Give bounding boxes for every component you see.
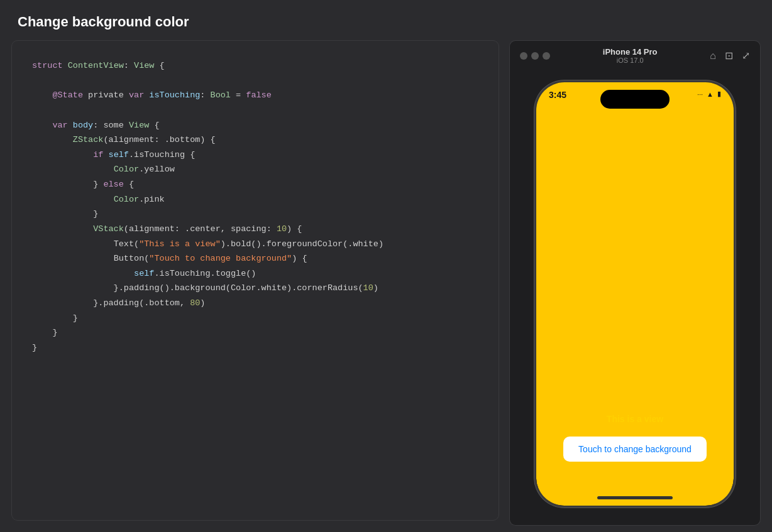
view-label: This is a view (607, 414, 663, 424)
battery-icon: ▮ (717, 90, 721, 98)
simulator-toolbar: iPhone 14 Pro iOS 17.0 ⌂ ⊡ ⤢ (509, 40, 761, 70)
page-title: Change background color (0, 0, 772, 40)
dot-1 (520, 52, 527, 60)
phone-frame-wrap: 3:45 ··· ▲ ▮ This is a view Touch to cha… (509, 70, 761, 526)
home-icon[interactable]: ⌂ (710, 50, 716, 62)
toolbar-actions: ⌂ ⊡ ⤢ (710, 50, 750, 62)
simulator-panel: iPhone 14 Pro iOS 17.0 ⌂ ⊡ ⤢ 3:45 ··· ▲ (509, 40, 761, 521)
device-os: iOS 17.0 (558, 57, 702, 64)
device-info: iPhone 14 Pro iOS 17.0 (558, 47, 702, 64)
status-icons: ··· ▲ ▮ (697, 90, 721, 98)
dots-icon: ··· (697, 90, 703, 98)
dot-2 (531, 52, 539, 60)
wifi-icon: ▲ (707, 90, 714, 98)
dynamic-island (600, 90, 670, 109)
device-name: iPhone 14 Pro (558, 47, 702, 57)
code-editor: struct ContentView: View { @State privat… (11, 40, 499, 521)
phone-frame: 3:45 ··· ▲ ▮ This is a view Touch to cha… (534, 80, 736, 508)
phone-content-area: This is a view Touch to change backgroun… (536, 114, 734, 506)
home-indicator (597, 496, 673, 499)
window-controls (520, 52, 550, 60)
screenshot-icon[interactable]: ⊡ (725, 50, 733, 62)
phone-time: 3:45 (549, 90, 566, 100)
touch-button[interactable]: Touch to change background (563, 437, 707, 462)
dot-3 (543, 52, 550, 60)
rotate-icon[interactable]: ⤢ (742, 50, 750, 62)
